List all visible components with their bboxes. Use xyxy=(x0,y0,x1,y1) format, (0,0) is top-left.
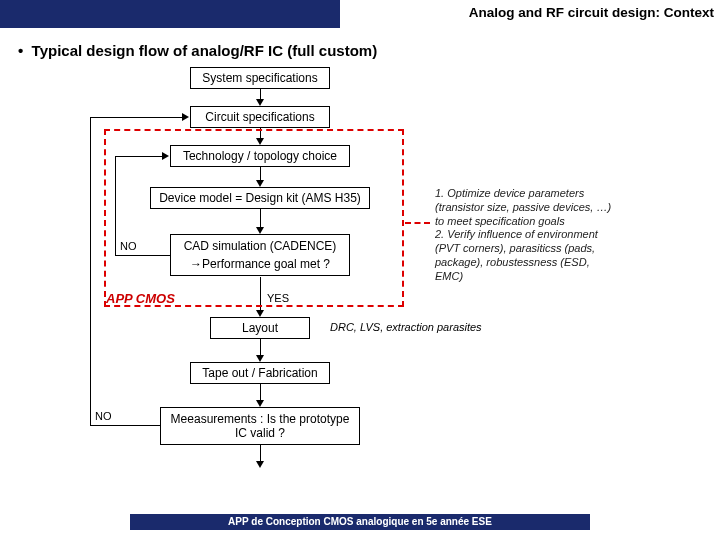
side-note: 1. Optimize device parameters (transisto… xyxy=(435,187,645,283)
connector xyxy=(90,117,184,118)
arrow-down-icon xyxy=(256,310,264,317)
side-note-l4: 2. Verify influence of environment xyxy=(435,228,645,242)
side-note-l5: (PVT corners), parasiticss (pads, xyxy=(435,242,645,256)
arrow-down-icon xyxy=(256,461,264,468)
arrow-down-icon xyxy=(256,355,264,362)
bullet-heading: • Typical design flow of analog/RF IC (f… xyxy=(18,42,720,59)
app-cmos-label: APP CMOS xyxy=(106,291,175,306)
label-drc: DRC, LVS, extraction parasites xyxy=(330,321,482,333)
box-circuit-spec: Circuit specifications xyxy=(190,106,330,128)
side-note-l6: package), robustessness (ESD, xyxy=(435,256,645,270)
flow-diagram: System specifications Circuit specificat… xyxy=(20,67,700,497)
label-no-2: NO xyxy=(95,410,112,422)
box-measurements: Meeasurements : Is the prototype IC vali… xyxy=(160,407,360,445)
footer-bar: APP de Conception CMOS analogique en 5e … xyxy=(130,514,590,530)
box-tapeout: Tape out / Fabrication xyxy=(190,362,330,384)
arrow-down-icon xyxy=(256,99,264,106)
side-note-l2: (transistor size, passive devices, …) xyxy=(435,201,645,215)
header-bar: Analog and RF circuit design: Context xyxy=(0,0,720,28)
side-note-l1: 1. Optimize device parameters xyxy=(435,187,645,201)
side-note-l7: EMC) xyxy=(435,270,645,284)
arrow-down-icon xyxy=(256,400,264,407)
bullet-text: Typical design flow of analog/RF IC (ful… xyxy=(32,42,378,59)
arrow-right-icon xyxy=(182,113,189,121)
app-cmos-highlight-box xyxy=(104,129,404,307)
connector xyxy=(90,117,91,426)
slide-title: Analog and RF circuit design: Context xyxy=(469,5,714,20)
connector-dashed xyxy=(405,222,430,224)
side-note-l3: to meet specification goals xyxy=(435,215,645,229)
box-system-spec: System specifications xyxy=(190,67,330,89)
connector xyxy=(90,425,160,426)
box-layout: Layout xyxy=(210,317,310,339)
